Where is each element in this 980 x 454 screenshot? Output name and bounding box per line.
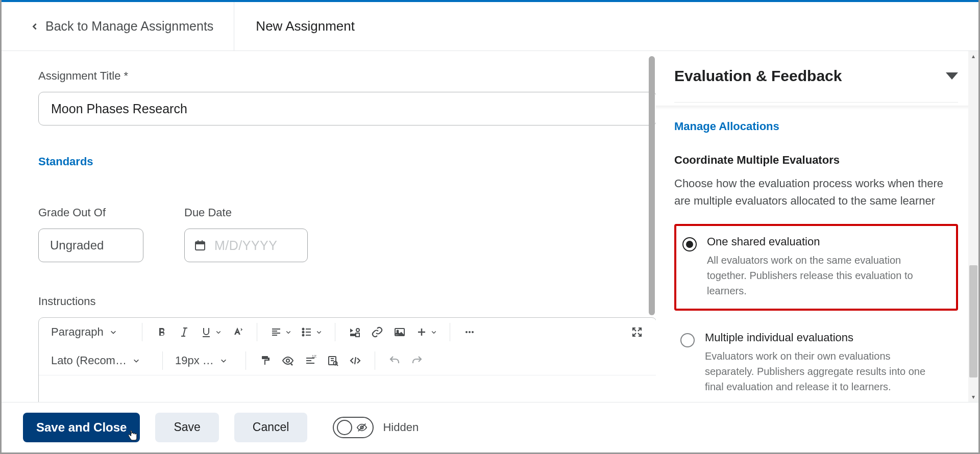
insert-stuff-button[interactable] bbox=[344, 322, 366, 342]
format-dropdown[interactable]: Paragraph bbox=[47, 325, 134, 339]
eye-off-icon bbox=[356, 422, 368, 433]
font-value: Lato (Recom… bbox=[51, 354, 127, 367]
source-button[interactable] bbox=[344, 350, 366, 371]
instructions-label: Instructions bbox=[38, 295, 656, 308]
chevron-down-icon bbox=[285, 329, 291, 335]
svg-rect-2 bbox=[198, 240, 199, 243]
evaluation-panel: Evaluation & Feedback Manage Allocations… bbox=[656, 51, 968, 402]
back-label: Back to Manage Assignments bbox=[45, 19, 213, 34]
redo-button[interactable] bbox=[406, 350, 428, 371]
svg-rect-15 bbox=[262, 356, 268, 359]
undo-button[interactable] bbox=[383, 350, 406, 371]
svg-point-14 bbox=[472, 331, 474, 333]
option-multiple-title: Multiple individual evaluations bbox=[705, 331, 950, 344]
link-button[interactable] bbox=[366, 322, 388, 342]
text-color-button[interactable] bbox=[226, 322, 249, 342]
caret-down-icon bbox=[946, 72, 958, 80]
preview-button[interactable] bbox=[322, 350, 344, 371]
panel-title: Evaluation & Feedback bbox=[674, 67, 842, 85]
option-shared-title: One shared evaluation bbox=[707, 235, 948, 248]
due-date-input[interactable]: M/D/YYYY bbox=[184, 229, 308, 262]
wordcount-button[interactable]: 123 bbox=[299, 350, 322, 371]
scroll-down-arrow[interactable]: ▾ bbox=[968, 392, 978, 402]
separator bbox=[257, 323, 257, 341]
option-multiple-desc: Evaluators work on their own evaluations… bbox=[705, 348, 940, 394]
radio-multiple[interactable] bbox=[680, 333, 695, 347]
grade-input[interactable]: Ungraded bbox=[38, 229, 143, 262]
underline-button[interactable] bbox=[195, 322, 226, 342]
chevron-down-icon bbox=[220, 357, 227, 364]
separator bbox=[162, 351, 163, 370]
radio-dot bbox=[686, 241, 693, 248]
image-button[interactable] bbox=[388, 322, 411, 342]
italic-button[interactable] bbox=[173, 322, 195, 342]
insert-button[interactable] bbox=[411, 322, 442, 342]
save-and-close-button[interactable]: Save and Close bbox=[23, 413, 140, 442]
sidebar-scrollbar[interactable]: ▴ ▾ bbox=[968, 51, 978, 402]
save-close-label: Save and Close bbox=[36, 420, 127, 435]
svg-point-16 bbox=[286, 359, 289, 362]
svg-point-4 bbox=[303, 329, 304, 330]
coordinate-desc: Choose how the evaluation process works … bbox=[674, 175, 950, 210]
scroll-up-arrow[interactable]: ▴ bbox=[968, 51, 978, 61]
cancel-button[interactable]: Cancel bbox=[234, 413, 308, 442]
chevron-down-icon bbox=[316, 329, 322, 335]
separator bbox=[142, 323, 142, 341]
panel-toggle[interactable]: Evaluation & Feedback bbox=[674, 67, 958, 103]
separator bbox=[450, 323, 450, 341]
svg-point-6 bbox=[303, 335, 304, 336]
svg-point-5 bbox=[303, 332, 304, 333]
fontsize-value: 19px … bbox=[175, 354, 214, 367]
svg-rect-1 bbox=[195, 242, 205, 244]
chevron-down-icon bbox=[431, 329, 437, 335]
fontsize-dropdown[interactable]: 19px … bbox=[171, 354, 237, 367]
accessibility-button[interactable] bbox=[277, 350, 299, 371]
page-header: Back to Manage Assignments New Assignmen… bbox=[2, 2, 978, 51]
title-label: Assignment Title * bbox=[38, 69, 656, 83]
title-input[interactable] bbox=[38, 92, 656, 125]
save-button[interactable]: Save bbox=[155, 413, 218, 442]
rich-text-editor: Paragraph bbox=[38, 317, 656, 402]
chevron-down-icon bbox=[110, 329, 117, 336]
footer: Save and Close Save Cancel Hidden bbox=[2, 402, 978, 452]
format-value: Paragraph bbox=[51, 325, 104, 339]
fullscreen-button[interactable] bbox=[626, 322, 648, 342]
manage-allocations-link[interactable]: Manage Allocations bbox=[674, 120, 779, 133]
grade-value: Ungraded bbox=[50, 238, 104, 253]
font-dropdown[interactable]: Lato (Recom… bbox=[47, 354, 154, 367]
visibility-toggle[interactable] bbox=[333, 417, 374, 438]
more-button[interactable] bbox=[458, 322, 481, 342]
align-button[interactable] bbox=[265, 322, 296, 342]
main-form: Assignment Title * Standards Grade Out O… bbox=[2, 51, 656, 402]
bold-button[interactable] bbox=[151, 322, 173, 342]
format-painter-button[interactable] bbox=[254, 350, 277, 371]
separator bbox=[335, 323, 335, 341]
editor-content[interactable] bbox=[39, 375, 656, 402]
svg-rect-9 bbox=[356, 333, 359, 337]
grade-label: Grade Out Of bbox=[38, 206, 143, 219]
page-title: New Assignment bbox=[256, 18, 355, 34]
scrollbar-thumb[interactable] bbox=[969, 265, 977, 377]
back-button[interactable]: Back to Manage Assignments bbox=[31, 2, 234, 51]
svg-rect-3 bbox=[202, 240, 203, 243]
list-button[interactable] bbox=[296, 322, 327, 342]
svg-point-13 bbox=[469, 331, 471, 333]
chevron-down-icon bbox=[133, 357, 140, 364]
svg-text:123: 123 bbox=[312, 355, 316, 358]
scrollbar-thumb[interactable] bbox=[649, 56, 655, 315]
due-date-label: Due Date bbox=[184, 206, 308, 219]
calendar-icon bbox=[194, 239, 206, 251]
due-date-placeholder: M/D/YYYY bbox=[214, 238, 277, 253]
svg-point-8 bbox=[356, 329, 359, 332]
svg-rect-7 bbox=[350, 334, 355, 336]
page-title-cell: New Assignment bbox=[234, 2, 355, 51]
main-scrollbar[interactable] bbox=[648, 54, 656, 402]
svg-point-12 bbox=[465, 331, 468, 333]
chevron-left-icon bbox=[31, 23, 38, 30]
option-shared[interactable]: One shared evaluation All evaluators wor… bbox=[674, 224, 958, 311]
coordinate-heading: Coordinate Multiple Evaluators bbox=[674, 154, 958, 167]
standards-link[interactable]: Standards bbox=[38, 155, 93, 168]
radio-shared[interactable] bbox=[682, 237, 697, 251]
option-multiple[interactable]: Multiple individual evaluations Evaluato… bbox=[674, 322, 958, 402]
panel-shadow bbox=[656, 106, 968, 110]
